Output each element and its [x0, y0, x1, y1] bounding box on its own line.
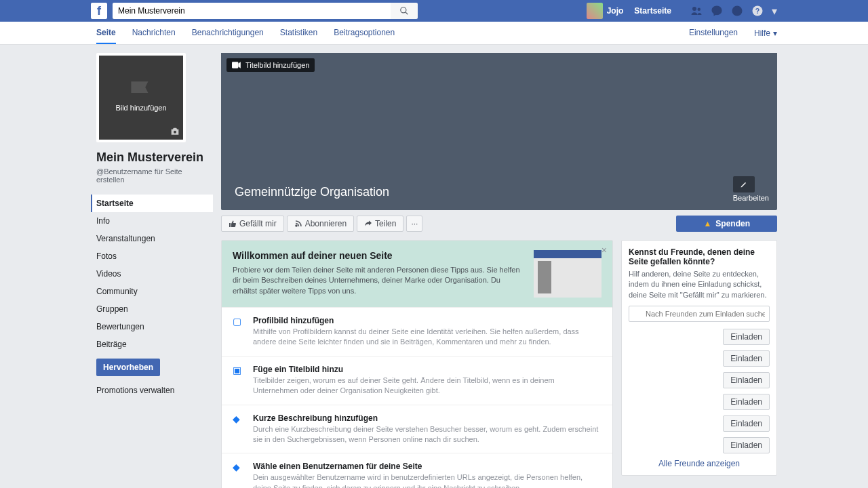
sidenav-item-reviews[interactable]: Bewertungen	[91, 318, 213, 336]
tip-body: Durch eine Kurzbeschreibung deiner Seite…	[253, 424, 601, 445]
sidenav-item-community[interactable]: Community	[91, 283, 213, 300]
add-cover-button[interactable]: Titelbild hinzufügen	[226, 58, 315, 72]
home-link[interactable]: Startseite	[629, 6, 677, 16]
friend-requests-icon[interactable]	[690, 5, 703, 18]
invite-friends-panel: Kennst du Freunde, denen deine Seite gef…	[621, 240, 777, 476]
facebook-logo[interactable]: f	[91, 3, 107, 19]
invite-title: Kennst du Freunde, denen deine Seite gef…	[629, 247, 770, 266]
like-button[interactable]: Gefällt mir	[221, 216, 284, 232]
avatar	[587, 3, 603, 19]
invite-button[interactable]: Einladen	[723, 329, 770, 345]
svg-point-7	[174, 131, 176, 134]
welcome-title: Willkommen auf deiner neuen Seite	[233, 250, 526, 261]
tip-body: Dein ausgewählter Benutzername wird in b…	[253, 472, 601, 488]
sidenav-item-groups[interactable]: Gruppen	[91, 300, 213, 318]
tip-icon: ▢	[233, 316, 245, 328]
invite-row: Einladen	[629, 437, 770, 453]
tip-icon: ◆	[233, 462, 245, 474]
tab-notifications[interactable]: Benachrichtigungen	[192, 22, 264, 44]
user-name: Jojo	[607, 6, 624, 16]
tip-title: Kurze Beschreibung hinzufügen	[253, 413, 601, 423]
rss-icon	[294, 220, 302, 228]
edit-cover-button[interactable]: Bearbeiten	[733, 176, 769, 202]
svg-point-9	[296, 225, 297, 226]
profile-picture-placeholder[interactable]: Bild hinzufügen	[96, 53, 186, 142]
sidenav-item-about[interactable]: Info	[91, 212, 213, 230]
search-input[interactable]	[113, 3, 391, 19]
invite-button[interactable]: Einladen	[723, 437, 770, 453]
tip-item[interactable]: ◆Kurze Beschreibung hinzufügenDurch eine…	[222, 405, 612, 453]
page-subnav: Seite Nachrichten Benachrichtigungen Sta…	[0, 22, 868, 45]
invite-row: Einladen	[629, 350, 770, 367]
tab-publishing[interactable]: Beitragsoptionen	[334, 22, 395, 44]
all-friends-link[interactable]: Alle Freunde anzeigen	[658, 459, 740, 468]
tab-insights[interactable]: Statistiken	[280, 22, 317, 44]
svg-text:?: ?	[755, 7, 760, 15]
welcome-panel: Willkommen auf deiner neuen Seite Probie…	[221, 240, 613, 488]
sidenav-item-videos[interactable]: Videos	[91, 265, 213, 283]
more-actions-button[interactable]: ···	[406, 216, 422, 232]
tip-title: Füge ein Titelbild hinzu	[253, 365, 601, 374]
tip-title: Profilbild hinzufügen	[253, 316, 601, 325]
side-navigation: Startseite Info Veranstaltungen Fotos Vi…	[91, 195, 213, 353]
close-icon[interactable]: ×	[601, 245, 607, 256]
tip-item[interactable]: ▢Profilbild hinzufügenMithilfe von Profi…	[222, 307, 612, 356]
manage-promotions-link[interactable]: Promotions verwalten	[91, 382, 213, 399]
pencil-icon	[740, 180, 748, 188]
svg-point-3	[698, 8, 701, 12]
create-username-link[interactable]: @Benutzername für Seite erstellen	[91, 167, 213, 189]
svg-rect-8	[232, 62, 238, 68]
tip-body: Titelbilder zeigen, worum es auf deiner …	[253, 375, 601, 396]
tip-item[interactable]: ▣Füge ein Titelbild hinzuTitelbilder zei…	[222, 356, 612, 405]
tip-icon: ◆	[233, 413, 245, 426]
messenger-icon[interactable]	[711, 5, 723, 18]
tip-body: Mithilfe von Profilbildern kannst du dei…	[253, 327, 601, 348]
welcome-body: Probiere vor dem Teilen deiner Seite mit…	[233, 265, 526, 296]
thumbs-up-icon	[229, 220, 237, 228]
profile-link[interactable]: Jojo	[587, 3, 624, 19]
promote-button[interactable]: Hervorheben	[96, 359, 160, 376]
svg-point-2	[692, 7, 696, 11]
help-icon[interactable]: ?	[751, 5, 764, 18]
video-camera-icon	[232, 62, 241, 68]
page-category: Gemeinnützige Organisation	[235, 185, 389, 199]
tip-item[interactable]: ◆Wähle einen Benutzernamen für deine Sei…	[222, 453, 612, 488]
warning-icon: ▲	[703, 219, 711, 228]
share-button[interactable]: Teilen	[357, 216, 403, 232]
search-icon	[399, 6, 409, 16]
invite-row: Einladen	[629, 329, 770, 345]
action-bar: Gefällt mir Abonnieren Teilen ··· ▲ Spen…	[221, 216, 777, 232]
help-dropdown[interactable]: Hilfe ▾	[754, 28, 777, 38]
chevron-down-icon: ▾	[773, 28, 777, 38]
cover-photo: Titelbild hinzufügen Gemeinnützige Organ…	[221, 53, 777, 210]
svg-point-0	[401, 7, 406, 13]
svg-line-1	[406, 12, 408, 15]
svg-point-4	[732, 6, 743, 16]
sidenav-item-photos[interactable]: Fotos	[91, 247, 213, 265]
welcome-illustration	[534, 250, 601, 298]
settings-link[interactable]: Einstellungen	[689, 22, 738, 44]
top-navbar: f Jojo Startseite ? ▾	[0, 0, 868, 22]
invite-row: Einladen	[629, 415, 770, 432]
friend-search-input[interactable]	[629, 306, 770, 322]
sidenav-item-posts[interactable]: Beiträge	[91, 336, 213, 353]
invite-button[interactable]: Einladen	[723, 372, 770, 388]
invite-row: Einladen	[629, 394, 770, 410]
account-menu-icon[interactable]: ▾	[772, 5, 777, 18]
tab-messages[interactable]: Nachrichten	[132, 22, 176, 44]
share-icon	[364, 220, 372, 228]
invite-button[interactable]: Einladen	[723, 415, 770, 432]
invite-button[interactable]: Einladen	[723, 350, 770, 367]
notifications-icon[interactable]	[731, 5, 743, 18]
donate-button[interactable]: ▲ Spenden	[676, 216, 777, 232]
sidenav-item-home[interactable]: Startseite	[91, 195, 213, 212]
page-title: Mein Musterverein	[91, 148, 213, 167]
ellipsis-icon: ···	[411, 219, 418, 228]
sidenav-item-events[interactable]: Veranstaltungen	[91, 230, 213, 247]
invite-button[interactable]: Einladen	[723, 394, 770, 410]
flag-icon	[124, 76, 158, 110]
subscribe-button[interactable]: Abonnieren	[287, 216, 354, 232]
tip-icon: ▣	[233, 365, 245, 377]
tab-page[interactable]: Seite	[96, 22, 116, 44]
search-button[interactable]	[391, 3, 418, 19]
